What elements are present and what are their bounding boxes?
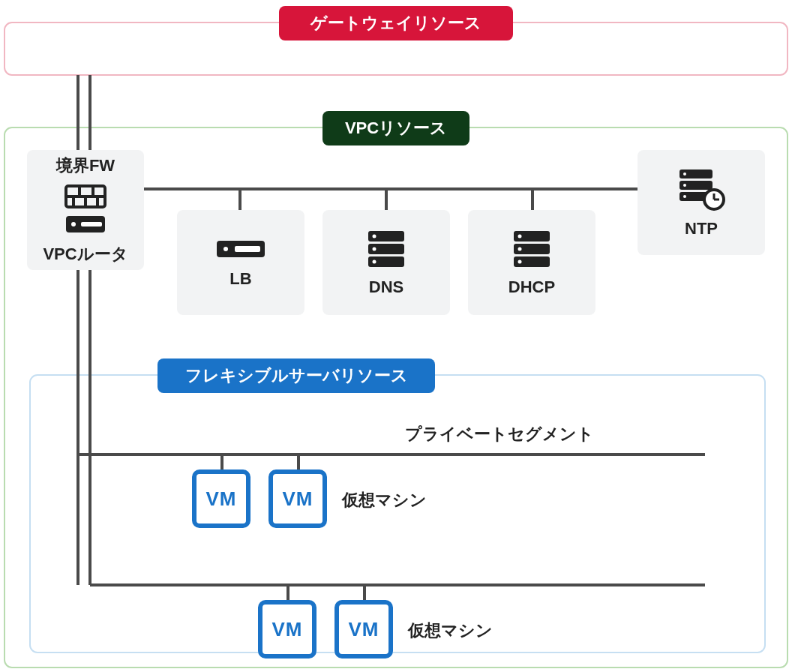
- svg-point-44: [683, 184, 686, 187]
- svg-point-33: [373, 260, 376, 264]
- vm-badge-text: VM: [206, 488, 237, 511]
- vm-box-1b: VM: [268, 470, 327, 528]
- node-dhcp: DHCP: [468, 210, 596, 315]
- gateway-title: ゲートウェイリソース: [310, 12, 482, 34]
- svg-point-31: [373, 235, 376, 238]
- vm-box-2b: VM: [334, 600, 393, 658]
- svg-point-32: [373, 248, 376, 251]
- ntp-icon: [676, 166, 726, 212]
- svg-point-39: [518, 260, 522, 264]
- svg-rect-27: [235, 246, 260, 252]
- firewall-router-icon: [63, 184, 108, 236]
- dns-icon: [364, 228, 409, 270]
- svg-rect-24: [81, 222, 102, 226]
- svg-point-38: [518, 248, 522, 251]
- fw-label: 境界FW: [56, 154, 115, 177]
- vpc-title: VPCリソース: [345, 117, 447, 140]
- vm-badge-text: VM: [272, 618, 303, 641]
- diagram-canvas: [0, 0, 792, 672]
- vm-badge-text: VM: [283, 488, 314, 511]
- flex-title: フレキシブルサーバリソース: [185, 364, 408, 387]
- node-dns: DNS: [322, 210, 450, 315]
- vm-row2-label: 仮想マシン: [408, 620, 493, 642]
- lb-label: LB: [230, 269, 251, 289]
- node-ntp: NTP: [638, 150, 765, 255]
- vpc-title-badge: VPCリソース: [322, 111, 470, 146]
- svg-point-37: [518, 235, 522, 238]
- node-border-fw-router: 境界FW VPCルータ: [27, 150, 144, 270]
- dhcp-icon: [509, 228, 554, 270]
- ntp-label: NTP: [685, 219, 718, 238]
- vm-row1-label: 仮想マシン: [342, 489, 427, 512]
- flex-title-badge: フレキシブルサーバリソース: [158, 358, 435, 393]
- private-segment-label: プライベートセグメント: [405, 423, 594, 446]
- node-lb: LB: [177, 210, 304, 315]
- gateway-title-badge: ゲートウェイリソース: [279, 6, 513, 40]
- vm-box-2a: VM: [258, 600, 316, 658]
- dhcp-label: DHCP: [508, 278, 555, 297]
- router-label: VPCルータ: [43, 243, 128, 266]
- vm-badge-text: VM: [349, 618, 380, 641]
- lb-icon: [215, 236, 266, 262]
- dns-label: DNS: [369, 278, 404, 297]
- svg-point-43: [683, 172, 686, 176]
- svg-point-23: [71, 222, 76, 226]
- svg-point-26: [224, 247, 228, 251]
- flex-container: [30, 375, 765, 652]
- vm-box-1a: VM: [192, 470, 250, 528]
- svg-point-45: [683, 195, 686, 198]
